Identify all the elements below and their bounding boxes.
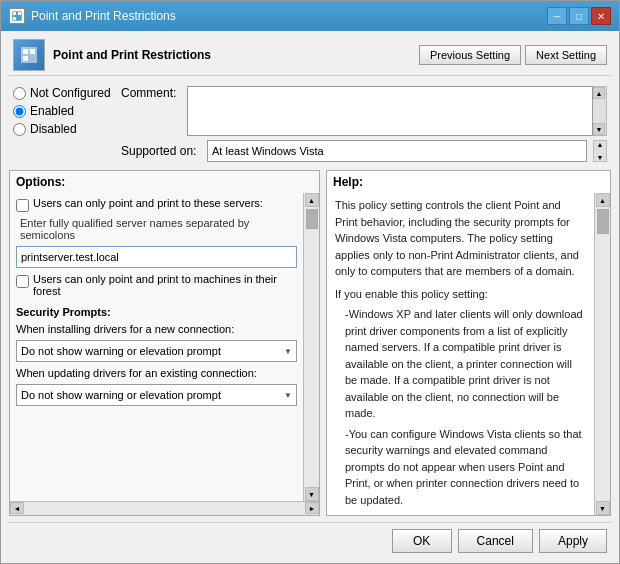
comment-supported-section: Comment: ▲ ▼ Supported on: At least Wind… [121,86,607,162]
help-p2b: -You can configure Windows Vista clients… [345,426,586,509]
security-prompts-label: Security Prompts: [16,306,297,318]
cancel-button[interactable]: Cancel [458,529,533,553]
supported-dropdown[interactable]: At least Windows Vista [207,140,587,162]
bottom-buttons: OK Cancel Apply [9,522,611,555]
help-p1: This policy setting controls the client … [335,197,586,280]
options-h-scroll-left[interactable]: ◄ [10,502,24,514]
svg-rect-1 [13,12,16,15]
when-updating-arrow: ▼ [284,391,292,400]
supported-label: Supported on: [121,144,201,158]
comment-scrollbar: ▲ ▼ [593,86,607,136]
help-p2: If you enable this policy setting: [335,286,586,303]
enabled-radio-label[interactable]: Enabled [13,104,113,118]
checkbox1-label[interactable]: Users can only point and print to these … [16,197,297,212]
options-h-scroll-track [24,502,305,515]
comment-row: Comment: ▲ ▼ [121,86,607,136]
checkbox2-label[interactable]: Users can only point and print to machin… [16,273,297,297]
previous-setting-button[interactable]: Previous Setting [419,45,521,65]
help-panel: Help: This policy setting controls the c… [326,170,611,516]
help-p2a: -Windows XP and later clients will only … [345,306,586,422]
help-title: Help: [327,171,610,193]
comment-wrapper: ▲ ▼ [187,86,607,136]
minimize-button[interactable]: ─ [547,7,567,25]
comment-textarea[interactable] [187,86,593,136]
policy-icon [13,39,45,71]
policy-title: Point and Print Restrictions [53,48,211,62]
options-scroll-up[interactable]: ▲ [305,193,319,207]
svg-rect-6 [30,49,35,54]
help-p3: If you do not configure this policy sett… [335,514,586,515]
disabled-radio-label[interactable]: Disabled [13,122,113,136]
supported-row: Supported on: At least Windows Vista ▲ ▼ [121,140,607,162]
when-installing-dropdown[interactable]: Do not show warning or elevation prompt … [16,340,297,362]
options-title: Options: [10,171,319,193]
content-area: Point and Print Restrictions Previous Se… [1,31,619,563]
svg-rect-3 [13,17,16,20]
next-setting-button[interactable]: Next Setting [525,45,607,65]
when-installing-arrow: ▼ [284,347,292,356]
help-scroll-up[interactable]: ▲ [596,193,610,207]
title-bar-controls: ─ □ ✕ [547,7,611,25]
comment-scroll-up[interactable]: ▲ [593,87,605,99]
disabled-radio[interactable] [13,123,26,136]
panels-section: Options: Users can only point and print … [9,170,611,516]
supported-scroll-down[interactable]: ▼ [594,154,606,161]
ok-button[interactable]: OK [392,529,452,553]
options-inner: Users can only point and print to these … [10,193,303,501]
checkbox1[interactable] [16,199,29,212]
svg-rect-2 [18,12,21,15]
maximize-button[interactable]: □ [569,7,589,25]
when-updating-label: When updating drivers for an existing co… [16,367,297,379]
checkbox2[interactable] [16,275,29,288]
server-input[interactable]: printserver.test.local [16,246,297,268]
supported-scroll-up[interactable]: ▲ [594,141,606,148]
window-icon [9,8,25,24]
when-updating-dropdown[interactable]: Do not show warning or elevation prompt … [16,384,297,406]
policy-header: Point and Print Restrictions [13,39,211,71]
nav-buttons: Previous Setting Next Setting [419,45,607,65]
options-scroll-wrapper: Users can only point and print to these … [10,193,319,501]
help-inner: This policy setting controls the client … [327,193,594,515]
server-input-label: Enter fully qualified server names separ… [16,217,297,241]
window-title: Point and Print Restrictions [31,9,176,23]
help-scroll-down[interactable]: ▼ [596,501,610,515]
svg-rect-5 [23,49,28,54]
apply-button[interactable]: Apply [539,529,607,553]
radio-group: Not Configured Enabled Disabled [13,86,113,162]
options-h-scroll-right[interactable]: ► [305,502,319,514]
help-scroll-thumb [597,209,609,234]
help-scroll-wrapper: This policy setting controls the client … [327,193,610,515]
close-button[interactable]: ✕ [591,7,611,25]
main-window: Point and Print Restrictions ─ □ ✕ Poin [0,0,620,564]
enabled-radio[interactable] [13,105,26,118]
options-scrollbar: ▲ ▼ [303,193,319,501]
settings-row: Not Configured Enabled Disabled Comment: [9,82,611,164]
svg-rect-7 [23,56,28,61]
comment-label: Comment: [121,86,181,100]
title-bar: Point and Print Restrictions ─ □ ✕ [1,1,619,31]
options-scroll-thumb [306,209,318,229]
comment-scroll-down[interactable]: ▼ [593,123,605,135]
options-panel: Options: Users can only point and print … [9,170,320,516]
when-installing-label: When installing drivers for a new connec… [16,323,297,335]
not-configured-radio[interactable] [13,87,26,100]
supported-scrollbar: ▲ ▼ [593,140,607,162]
options-h-scrollbar: ◄ ► [10,501,319,515]
help-scrollbar: ▲ ▼ [594,193,610,515]
not-configured-radio-label[interactable]: Not Configured [13,86,113,100]
options-scroll-down[interactable]: ▼ [305,487,319,501]
title-bar-left: Point and Print Restrictions [9,8,176,24]
